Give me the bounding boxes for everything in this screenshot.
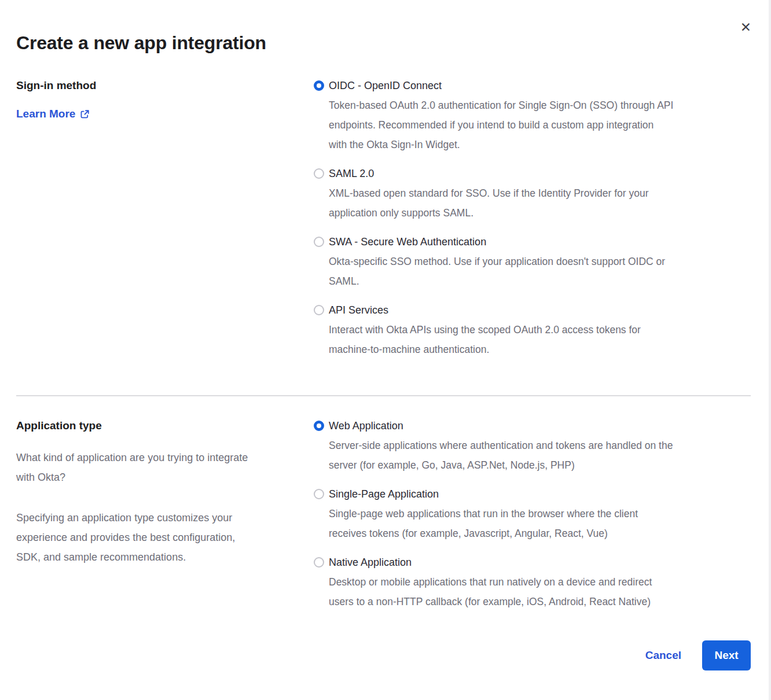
- option-text: Native Application Desktop or mobile app…: [329, 556, 652, 611]
- radio-option-swa: SWA - Secure Web Authentication Okta-spe…: [314, 235, 751, 291]
- radio-option-api-services: API Services Interact with Okta APIs usi…: [314, 304, 751, 359]
- radio-option-description: Token-based OAuth 2.0 authentication for…: [329, 95, 673, 154]
- modal-title: Create a new app integration: [16, 32, 751, 54]
- radio-icon[interactable]: [314, 421, 324, 431]
- modal-footer: Cancel Next: [16, 640, 751, 670]
- signin-method-options: OIDC - OpenID Connect Token-based OAuth …: [314, 79, 751, 359]
- signin-method-label: Sign-in method: [16, 79, 314, 92]
- learn-more-link[interactable]: Learn More: [16, 108, 90, 120]
- radio-option-saml: SAML 2.0 XML-based open standard for SSO…: [314, 167, 751, 223]
- close-button[interactable]: ✕: [739, 20, 752, 35]
- radio-option-label[interactable]: API Services: [329, 304, 641, 316]
- learn-more-label: Learn More: [16, 108, 75, 120]
- radio-option-native-application: Native Application Desktop or mobile app…: [314, 556, 751, 611]
- radio-icon[interactable]: [314, 305, 324, 315]
- signin-method-section: Sign-in method Learn More OIDC - OpenID …: [16, 79, 751, 359]
- radio-option-label[interactable]: Single-Page Application: [329, 488, 638, 500]
- radio-option-label[interactable]: SWA - Secure Web Authentication: [329, 235, 665, 248]
- radio-option-label[interactable]: Web Application: [329, 419, 673, 432]
- cancel-button[interactable]: Cancel: [645, 649, 681, 662]
- option-text: API Services Interact with Okta APIs usi…: [329, 304, 641, 359]
- external-link-icon: [80, 109, 90, 119]
- radio-option-description: Server-side applications where authentic…: [329, 436, 673, 475]
- next-button[interactable]: Next: [702, 640, 751, 670]
- option-text: SAML 2.0 XML-based open standard for SSO…: [329, 167, 649, 223]
- radio-icon[interactable]: [314, 557, 324, 568]
- radio-option-description: Interact with Okta APIs using the scoped…: [329, 320, 641, 359]
- radio-option-description: Single-page web applications that run in…: [329, 504, 638, 543]
- radio-icon[interactable]: [314, 489, 324, 499]
- radio-option-description: Okta-specific SSO method. Use if your ap…: [329, 252, 665, 291]
- radio-option-description: XML-based open standard for SSO. Use if …: [329, 183, 649, 223]
- application-type-question: What kind of application are you trying …: [16, 448, 298, 487]
- option-text: Single-Page Application Single-page web …: [329, 488, 638, 543]
- option-text: OIDC - OpenID Connect Token-based OAuth …: [329, 79, 673, 154]
- radio-icon[interactable]: [314, 80, 324, 91]
- close-icon: ✕: [740, 20, 751, 35]
- radio-option-label[interactable]: OIDC - OpenID Connect: [329, 79, 673, 92]
- application-type-options: Web Application Server-side applications…: [314, 419, 751, 611]
- application-type-label: Application type: [16, 419, 314, 432]
- option-text: SWA - Secure Web Authentication Okta-spe…: [329, 235, 665, 291]
- radio-option-description: Desktop or mobile applications that run …: [329, 572, 652, 611]
- radio-option-oidc: OIDC - OpenID Connect Token-based OAuth …: [314, 79, 751, 154]
- radio-icon[interactable]: [314, 237, 324, 247]
- radio-option-web-application: Web Application Server-side applications…: [314, 419, 751, 475]
- radio-option-label[interactable]: SAML 2.0: [329, 167, 649, 180]
- option-text: Web Application Server-side applications…: [329, 419, 673, 475]
- application-type-section: Application type What kind of applicatio…: [16, 419, 751, 611]
- radio-icon[interactable]: [314, 168, 324, 179]
- application-type-explanation: Specifying an application type customize…: [16, 508, 298, 567]
- radio-option-label[interactable]: Native Application: [329, 556, 652, 569]
- section-divider: [16, 395, 751, 396]
- application-type-left-column: Application type What kind of applicatio…: [16, 419, 314, 567]
- radio-option-single-page-application: Single-Page Application Single-page web …: [314, 488, 751, 543]
- signin-method-left-column: Sign-in method Learn More: [16, 79, 314, 120]
- create-app-integration-modal: ✕ Create a new app integration Sign-in m…: [0, 0, 771, 697]
